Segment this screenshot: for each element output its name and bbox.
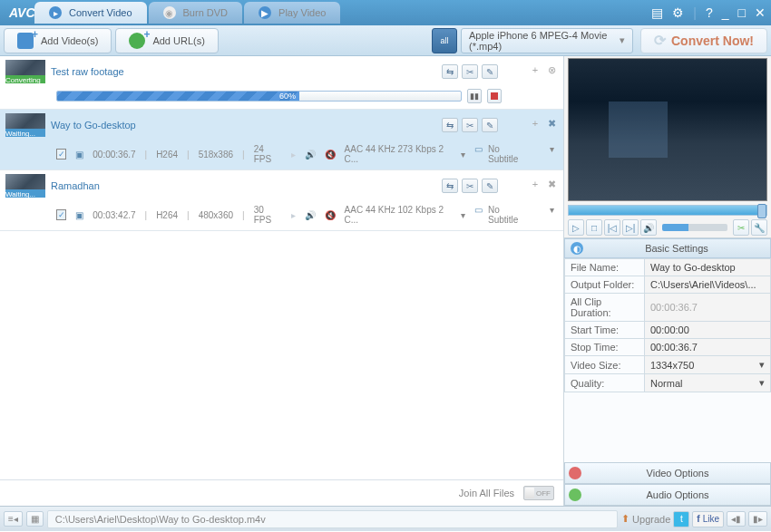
label: Quality: — [565, 374, 645, 392]
upgrade-link[interactable]: Upgrade — [632, 514, 670, 525]
remove-icon[interactable]: ⊗ — [545, 64, 558, 79]
volume-slider[interactable] — [662, 224, 727, 231]
tab-play-video[interactable]: ▶ Play Video — [244, 2, 340, 24]
help-icon[interactable]: ? — [704, 5, 715, 20]
grid-view-button[interactable]: ▦ — [26, 511, 44, 527]
facebook-like-button[interactable]: f Like — [692, 511, 724, 527]
edit-button[interactable]: ✎ — [482, 118, 498, 132]
tab-burn-dvd[interactable]: ◉ Burn DVD — [149, 2, 243, 24]
start-time-field[interactable]: 00:00:00 — [645, 322, 771, 339]
file-item[interactable]: Waiting... Ramadhan ⇆ ✂ ✎ + ✖ ✓ ▣ 00:03:… — [0, 170, 563, 231]
tool-button[interactable]: 🔧 — [751, 219, 767, 236]
audio-options-button[interactable]: Audio Options — [564, 484, 771, 506]
subtitle-label: No Subtitle — [488, 144, 526, 164]
file-item[interactable]: Waiting... Way to Go-desktop ⇆ ✂ ✎ + ✖ ✓… — [0, 110, 563, 170]
swap-button[interactable]: ⇆ — [442, 179, 458, 193]
titlebar: AVC ▸ Convert Video ◉ Burn DVD ▶ Play Vi… — [0, 0, 771, 25]
swap-button[interactable]: ⇆ — [442, 64, 458, 79]
file-item[interactable]: Converting Test raw footage ⇆ ✂ ✎ + ⊗ 60… — [0, 56, 563, 110]
prev-button[interactable]: ◂▮ — [727, 511, 746, 527]
button-label: Add Video(s) — [41, 35, 98, 46]
volume-icon[interactable]: 🔊 — [640, 219, 657, 236]
file-title[interactable]: Test raw footage — [51, 66, 124, 77]
basic-settings-header[interactable]: ◐ Basic Settings — [564, 238, 771, 258]
thumbnail: Waiting... — [5, 113, 45, 137]
audio-options-icon — [569, 488, 581, 501]
cut-button[interactable]: ✂ — [462, 179, 478, 193]
next-button[interactable]: ▷| — [622, 219, 639, 236]
add-icon[interactable]: + — [529, 64, 542, 79]
file-title[interactable]: Ramadhan — [51, 180, 100, 191]
chevron-down-icon: ▾ — [620, 34, 625, 46]
store-icon[interactable]: ▤ — [649, 5, 665, 20]
label: Start Time: — [565, 322, 645, 339]
maximize-icon[interactable]: □ — [737, 5, 747, 20]
video-size-dropdown[interactable]: 1334x750▾ — [645, 356, 771, 374]
codec: H264 — [156, 150, 178, 160]
remove-icon[interactable]: ✖ — [545, 179, 558, 193]
add-icon[interactable]: + — [529, 179, 542, 193]
add-urls-button[interactable]: Add URL(s) — [115, 28, 218, 53]
sound-on-icon[interactable]: 🔊 — [305, 150, 316, 160]
audio-info: AAC 44 KHz 273 Kbps 2 C... — [345, 144, 452, 164]
twitter-button[interactable]: t — [673, 511, 689, 527]
remove-icon[interactable]: ✖ — [545, 118, 558, 132]
edit-button[interactable]: ✎ — [482, 179, 498, 193]
sound-mute-icon[interactable]: 🔇 — [325, 150, 336, 160]
button-label: Video Options — [589, 468, 766, 479]
audio-dropdown[interactable]: ▾ — [461, 150, 465, 160]
stop-button[interactable]: □ — [586, 219, 602, 236]
divider: | — [691, 5, 698, 20]
file-title[interactable]: Way to Go-desktop — [51, 120, 136, 131]
quality-dropdown[interactable]: Normal▾ — [645, 374, 771, 392]
swap-button[interactable]: ⇆ — [442, 118, 458, 132]
preview-controls: ▷ □ |◁ ▷| 🔊 ✂ 🔧 — [564, 218, 771, 238]
sound-mute-icon[interactable]: 🔇 — [325, 210, 336, 220]
close-icon[interactable]: ✕ — [753, 5, 767, 20]
format-preset-button[interactable]: all — [432, 28, 457, 53]
file-path[interactable]: C:\Users\Ariel\Desktop\Way to Go-desktop… — [47, 510, 618, 528]
checkbox[interactable]: ✓ — [56, 149, 66, 160]
subtitle-dropdown[interactable]: ▾ — [550, 144, 554, 164]
stop-time-field[interactable]: 00:00:36.7 — [645, 339, 771, 356]
tab-convert-video[interactable]: ▸ Convert Video — [34, 2, 147, 24]
label: Video Size: — [565, 356, 645, 374]
minimize-icon[interactable]: _ — [720, 5, 731, 20]
checkbox[interactable]: ✓ — [56, 209, 66, 220]
prev-button[interactable]: |◁ — [604, 219, 620, 236]
app-logo: AVC — [4, 5, 34, 20]
preview-player[interactable] — [568, 58, 767, 201]
fps: 24 FPS — [254, 144, 282, 164]
stop-button[interactable] — [487, 89, 502, 103]
button-label: Add URL(s) — [152, 35, 204, 46]
preview-timeline[interactable] — [568, 205, 767, 216]
pause-button[interactable]: ▮▮ — [467, 89, 482, 103]
convert-now-button[interactable]: ⟳ Convert Now! — [640, 28, 767, 53]
output-folder-field[interactable]: C:\Users\Ariel\Videos\... — [645, 276, 771, 294]
add-videos-button[interactable]: Add Video(s) — [4, 28, 112, 53]
list-view-button[interactable]: ≡◂ — [4, 511, 23, 527]
arrow-right-icon: ▸ — [291, 150, 296, 160]
join-files-toggle[interactable]: OFF — [523, 486, 554, 500]
play-button[interactable]: ▷ — [568, 219, 584, 236]
settings-icon[interactable]: ⚙ — [670, 5, 686, 20]
video-options-icon — [569, 467, 581, 479]
join-files-row: Join All Files OFF — [0, 479, 563, 506]
edit-button[interactable]: ✎ — [482, 64, 498, 79]
cut-button[interactable]: ✂ — [462, 64, 478, 79]
next-button[interactable]: ▮▸ — [748, 511, 767, 527]
cut-button[interactable]: ✂ — [462, 118, 478, 132]
disc-icon: ◉ — [163, 6, 176, 19]
preview-image — [569, 59, 766, 200]
sound-on-icon[interactable]: 🔊 — [305, 210, 316, 220]
file-name-field[interactable]: Way to Go-desktop — [645, 259, 771, 276]
subtitle-dropdown[interactable]: ▾ — [550, 205, 554, 225]
add-icon[interactable]: + — [529, 118, 542, 132]
toolbar: Add Video(s) Add URL(s) all Apple iPhone… — [0, 25, 771, 56]
output-format-dropdown[interactable]: Apple iPhone 6 MPEG-4 Movie (*.mp4) ▾ — [461, 28, 633, 53]
audio-dropdown[interactable]: ▾ — [461, 210, 465, 220]
snapshot-button[interactable]: ✂ — [733, 219, 749, 236]
video-options-button[interactable]: Video Options — [564, 462, 771, 484]
join-files-label: Join All Files — [459, 488, 514, 498]
label: Stop Time: — [565, 339, 645, 356]
